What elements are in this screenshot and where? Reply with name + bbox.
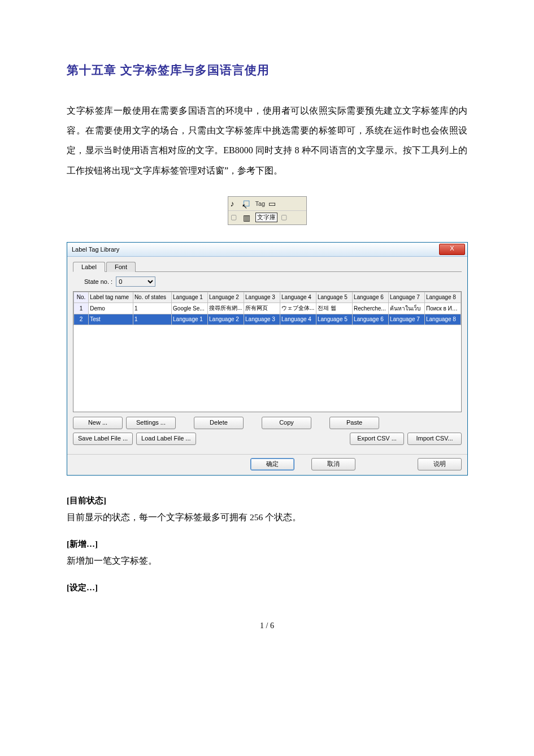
table-row[interactable]: 1 Demo 1 Google Se... 搜尋所有網... 所有网页 ウェブ全… [74, 303, 461, 314]
state-no-select[interactable]: 0 [116, 277, 155, 287]
col-lang8: Language 8 [424, 292, 461, 303]
cell-l5: Language 5 [316, 314, 353, 325]
settings-button[interactable]: Settings ... [126, 417, 176, 429]
cell-states: 1 [133, 303, 171, 314]
cell-l7: ค้นหาในเว็บ [388, 303, 424, 314]
cell-l7: Language 7 [388, 314, 424, 325]
cell-l3: 所有网页 [244, 303, 280, 314]
label-tag-library-dialog: Label Tag Library X Label Font State no.… [67, 242, 468, 476]
paste-button[interactable]: Paste [329, 417, 379, 429]
tab-label[interactable]: Label [73, 262, 105, 272]
cell-l4: Language 4 [280, 314, 316, 325]
cell-no: 1 [74, 303, 89, 314]
import-csv-button[interactable]: Import CSV... [407, 433, 462, 445]
new-button[interactable]: New ... [73, 417, 123, 429]
cell-l4: ウェブ全体... [280, 303, 316, 314]
toolbar-illustration: Tag 文字庫 [228, 196, 307, 225]
toolbar-tooltip: 文字庫 [255, 213, 277, 222]
form-icon[interactable] [243, 199, 252, 208]
dialog-title: Label Tag Library [72, 246, 119, 253]
cell-l1: Language 1 [172, 314, 208, 325]
section-current-state-heading: [目前状态] [67, 495, 467, 506]
section-current-state-text: 目前显示的状态，每一个文字标签最多可拥有 256 个状态。 [67, 509, 467, 525]
section-settings-heading: [设定…] [67, 582, 467, 593]
help-button[interactable]: 说明 [418, 458, 462, 470]
intro-paragraph: 文字标签库一般使用在需要多国语言的环境中，使用者可以依照实际需要预先建立文字标签… [67, 101, 467, 180]
cell-name: Test [89, 314, 133, 325]
toolbar-tag-label: Tag [255, 200, 266, 207]
col-lang6: Language 6 [352, 292, 388, 303]
cell-l8: Language 8 [424, 314, 461, 325]
col-lang3: Language 3 [244, 292, 280, 303]
state-no-label: State no. : [84, 278, 112, 285]
cell-l2: Language 2 [208, 314, 244, 325]
section-new-heading: [新增…] [67, 539, 467, 550]
col-lang2: Language 2 [208, 292, 244, 303]
strip-icon [243, 213, 252, 222]
table-row[interactable]: 2 Test 1 Language 1 Language 2 Language … [74, 314, 461, 325]
delete-button[interactable]: Delete [194, 417, 244, 429]
tab-font[interactable]: Font [106, 262, 136, 272]
cell-l2: 搜尋所有網... [208, 303, 244, 314]
col-no: No. [74, 292, 89, 303]
load-label-file-button[interactable]: Load Label File ... [136, 433, 196, 445]
cell-l8: Поиск в Ин... [424, 303, 461, 314]
cell-l1: Google Se... [172, 303, 208, 314]
section-new-text: 新增加一笔文字标签。 [67, 553, 467, 569]
copy-button[interactable]: Copy [262, 417, 311, 429]
export-csv-button[interactable]: Export CSV ... [350, 433, 404, 445]
grid-header-row: No. Label tag name No. of states Languag… [74, 292, 461, 303]
cell-l5: 전체 웹 [316, 303, 353, 314]
col-lang5: Language 5 [316, 292, 353, 303]
cancel-button[interactable]: 取消 [311, 458, 355, 470]
close-button[interactable]: X [439, 244, 465, 255]
col-states: No. of states [133, 292, 171, 303]
dialog-titlebar: Label Tag Library X [67, 243, 467, 257]
cell-name: Demo [89, 303, 133, 314]
cell-l3: Language 3 [244, 314, 280, 325]
col-lang4: Language 4 [280, 292, 316, 303]
page-number: 1 / 6 [67, 621, 467, 630]
ok-button[interactable]: 确定 [250, 458, 294, 470]
small-icon-2 [281, 213, 290, 222]
tab-strip: Label Font [73, 261, 462, 272]
form2-icon [268, 199, 277, 208]
col-name: Label tag name [89, 292, 133, 303]
note-icon [231, 199, 240, 208]
cell-states: 1 [133, 314, 171, 325]
cell-l6: Recherche... [352, 303, 388, 314]
chapter-title: 第十五章 文字标签库与多国语言使用 [67, 62, 467, 78]
save-label-file-button[interactable]: Save Label File ... [73, 433, 133, 445]
cell-no: 2 [74, 314, 89, 325]
cell-l6: Language 6 [352, 314, 388, 325]
col-lang1: Language 1 [172, 292, 208, 303]
small-icon [231, 213, 240, 222]
label-grid[interactable]: No. Label tag name No. of states Languag… [73, 291, 462, 412]
col-lang7: Language 7 [388, 292, 424, 303]
